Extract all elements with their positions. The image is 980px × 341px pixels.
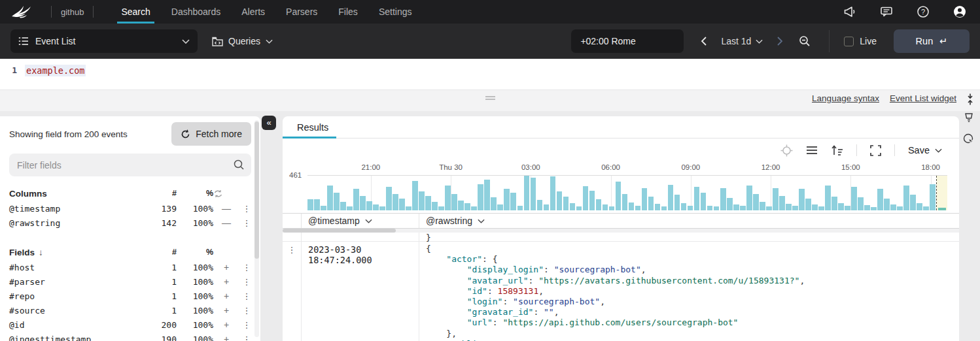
field-action-button[interactable]: — [213,218,239,228]
sort-descending-icon[interactable]: ↓ [39,248,43,257]
nav-item-alerts[interactable]: Alerts [231,0,275,24]
sync-columns-icon[interactable] [213,189,239,198]
bulb-widget-icon[interactable] [964,112,974,123]
histogram-bar[interactable] [603,204,608,210]
histogram-bar[interactable] [727,198,733,210]
histogram-bar[interactable] [373,204,379,210]
query-text-line[interactable]: example.com [25,59,86,76]
histogram-bar[interactable] [570,203,576,210]
query-editor[interactable]: 1 example.com [0,59,980,89]
field-kebab-menu[interactable]: ⋮ [239,334,254,341]
histogram-bar[interactable] [851,187,857,210]
time-range-dropdown[interactable]: Last 1d [721,36,763,46]
field-action-button[interactable]: + [213,276,239,287]
histogram-bar[interactable] [464,203,470,210]
nav-item-parsers[interactable]: Parsers [275,0,328,24]
histogram-bar[interactable] [733,204,739,210]
histogram-bar[interactable] [353,189,359,210]
histogram-bar[interactable] [766,206,772,210]
histogram-bar[interactable] [720,188,726,210]
histogram-bar[interactable] [366,201,372,210]
histogram-bar[interactable] [831,197,837,210]
run-button[interactable]: Run ↵ [894,29,970,53]
histogram-bar[interactable] [799,189,805,210]
feedback-icon[interactable] [879,5,894,19]
histogram-bar[interactable] [773,188,779,210]
histogram-bar[interactable] [661,206,667,210]
field-action-button[interactable]: + [213,262,239,272]
fullscreen-icon[interactable] [870,145,881,156]
histogram-bar[interactable] [812,204,818,210]
histogram-bar[interactable] [393,194,398,210]
histogram-bar[interactable] [550,176,556,210]
histogram-bar[interactable] [884,199,890,210]
histogram-bar[interactable] [917,203,922,210]
collapse-editor-icon[interactable] [966,93,975,105]
histogram-bar[interactable] [412,181,418,210]
histogram-bar[interactable] [616,182,621,210]
histogram-bar[interactable] [425,196,431,210]
histogram-bar[interactable] [544,204,550,210]
histogram-bar[interactable] [334,193,340,210]
event-list-widget-link[interactable]: Event List widget [890,93,956,103]
histogram-bar[interactable] [740,206,746,210]
field-kebab-menu[interactable]: ⋮ [239,218,254,228]
fields-panel-scrollbar[interactable] [254,120,259,337]
table-horizontal-scrollbar[interactable] [283,229,959,233]
field-kebab-menu[interactable]: ⋮ [239,291,254,301]
histogram-bar[interactable] [478,184,483,210]
histogram-bar[interactable] [458,201,464,210]
field-row[interactable]: @rawstring 142 100% — ⋮ [0,216,260,230]
histogram-bar[interactable] [805,199,811,210]
save-dropdown[interactable]: Save [908,145,942,155]
histogram-bar[interactable] [688,206,693,210]
nav-item-files[interactable]: Files [328,0,368,24]
sort-order-icon[interactable] [831,145,843,155]
histogram-bar[interactable] [419,191,425,210]
resize-drag-handle[interactable] [485,96,495,100]
histogram-bar[interactable] [609,206,615,210]
nav-item-dashboards[interactable]: Dashboards [161,0,232,24]
histogram-bar[interactable] [629,203,635,210]
histogram-bar[interactable] [537,200,543,210]
field-action-button[interactable]: — [213,203,239,214]
filter-fields-input[interactable] [9,154,251,176]
nav-item-search[interactable]: Search [111,0,160,24]
field-row[interactable]: #repo 1 100% + ⋮ [0,289,260,303]
histogram-bar[interactable] [491,197,497,210]
histogram-bar[interactable] [510,193,516,210]
announcements-icon[interactable] [843,5,857,19]
histogram-bar[interactable] [524,176,530,210]
field-row[interactable]: @timestamp 139 100% — ⋮ [0,201,260,216]
language-syntax-link[interactable]: Language syntax [812,93,879,103]
column-header-timestamp[interactable]: @timestamp [301,214,419,228]
field-kebab-menu[interactable]: ⋮ [239,306,254,316]
histogram-bar[interactable] [327,186,333,210]
histogram-bar[interactable] [406,206,411,210]
histogram-bar[interactable] [307,199,313,210]
field-row[interactable]: #source 1 100% + ⋮ [0,303,260,317]
histogram-bar[interactable] [583,186,589,210]
histogram-bar[interactable] [681,203,687,210]
histogram-bar[interactable] [871,207,877,210]
field-row[interactable]: @ingesttimestamp 190 100% + ⋮ [0,332,260,341]
time-back-button[interactable] [701,37,707,46]
histogram-bar[interactable] [746,186,752,211]
histogram-bar[interactable] [858,197,864,210]
histogram-bar[interactable] [655,204,661,210]
view-selector-dropdown[interactable]: Event List [10,29,198,53]
histogram-bar[interactable] [923,206,929,210]
field-kebab-menu[interactable]: ⋮ [239,263,254,272]
histogram-bar[interactable] [399,199,405,210]
histogram-bar[interactable] [792,206,798,210]
help-icon[interactable]: ? [916,5,930,19]
histogram-bar[interactable] [471,206,477,210]
histogram-bar[interactable] [714,206,720,210]
field-kebab-menu[interactable]: ⋮ [239,204,254,214]
histogram-bar[interactable] [379,206,385,210]
field-action-button[interactable]: + [213,334,239,341]
histogram-bar[interactable] [668,185,674,210]
account-avatar-icon[interactable] [953,5,967,19]
crosshair-inspect-icon[interactable] [780,144,793,157]
field-action-button[interactable]: + [213,291,239,301]
